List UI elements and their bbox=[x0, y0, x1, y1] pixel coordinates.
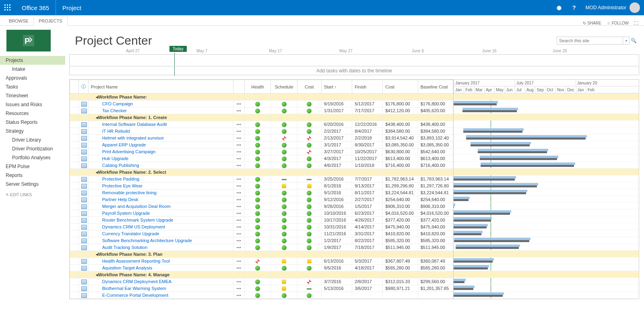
project-name-link[interactable]: Internal Software Database Audit bbox=[102, 122, 167, 127]
project-name-link[interactable]: Payroll System Upgrade bbox=[102, 211, 150, 216]
column-header[interactable]: Cost bbox=[297, 80, 321, 94]
timeline[interactable]: Today April 27May 7May 17May 27June 6Jun… bbox=[69, 54, 639, 75]
settings-icon[interactable] bbox=[551, 0, 566, 15]
phase-row[interactable]: ◂Workflow Phase Name: 3. Plan bbox=[70, 251, 453, 258]
row-menu-icon[interactable]: ••• bbox=[233, 244, 244, 251]
row-menu-icon[interactable]: ••• bbox=[233, 203, 244, 210]
row-menu-icon[interactable]: ••• bbox=[233, 155, 244, 162]
nav-item[interactable]: Issues and Risks bbox=[0, 100, 65, 109]
project-name-link[interactable]: Partner Help Desk bbox=[102, 197, 138, 202]
project-name-link[interactable]: Aquisition Target Analysis bbox=[102, 265, 153, 270]
row-menu-icon[interactable]: ••• bbox=[233, 142, 244, 148]
project-row[interactable]: Health Assessment Reporting Tool•••6/13/… bbox=[70, 258, 453, 265]
project-name-link[interactable]: Tax Checker bbox=[102, 108, 127, 113]
row-menu-icon[interactable]: ••• bbox=[233, 176, 244, 183]
project-name-link[interactable]: Router Benchmark System Upgrade bbox=[102, 218, 173, 222]
project-name-link[interactable]: Software Benchmarking Architecture Upgra… bbox=[102, 238, 192, 243]
project-name-link[interactable]: Dynamics CRM US Deployment bbox=[102, 224, 165, 229]
project-row[interactable]: Audit Tracking Solution•••1/9/20177/18/2… bbox=[70, 244, 453, 251]
project-name-link[interactable]: CFO Campaign bbox=[102, 101, 133, 106]
project-name-link[interactable]: Currency Translator Upgrade bbox=[102, 231, 159, 236]
project-row[interactable]: Protective Eye Wear•••8/1/20169/13/2017$… bbox=[70, 183, 453, 189]
project-row[interactable]: Tax Checker•••1/31/20177/17/2017$412,120… bbox=[70, 107, 453, 114]
project-row[interactable]: Payroll System Upgrade•••10/10/20166/23/… bbox=[70, 210, 453, 217]
phase-row[interactable]: ◂Workflow Phase Name: bbox=[70, 94, 453, 101]
project-row[interactable]: Apparel ERP Upgrade•••3/1/20178/30/2017$… bbox=[70, 142, 453, 148]
project-row[interactable]: Protective Padding•••3/25/20167/7/2017$1… bbox=[70, 176, 453, 183]
phase-row[interactable]: ◂Workflow Phase Name: 4. Manage bbox=[70, 271, 453, 278]
search-input[interactable] bbox=[557, 37, 623, 45]
project-row[interactable]: Print Advertising Campaign•••3/27/201710… bbox=[70, 148, 453, 155]
project-row[interactable]: Aquisition Target Analysis•••9/5/20164/1… bbox=[70, 265, 453, 271]
nav-item[interactable]: Intake bbox=[0, 65, 65, 74]
column-header[interactable]: ⓘ bbox=[78, 80, 88, 94]
project-name-link[interactable]: Protective Padding bbox=[102, 177, 139, 181]
project-row[interactable]: Internal Software Database Audit•••6/20/… bbox=[70, 121, 453, 128]
row-menu-icon[interactable]: ••• bbox=[233, 210, 244, 217]
nav-item[interactable]: Timesheet bbox=[0, 91, 65, 100]
nav-item[interactable]: Projects bbox=[0, 56, 65, 65]
project-name-link[interactable]: Health Assessment Reporting Tool bbox=[102, 259, 170, 263]
row-menu-icon[interactable]: ••• bbox=[233, 107, 244, 114]
nav-item[interactable]: Strategy bbox=[0, 127, 65, 136]
project-name-link[interactable]: Protective Eye Wear bbox=[102, 183, 142, 188]
project-row[interactable]: Helmet with integrated sunvisor•••2/13/2… bbox=[70, 135, 453, 142]
row-menu-icon[interactable]: ••• bbox=[233, 230, 244, 237]
project-row[interactable]: CFO Campaign•••9/19/20165/12/2017$176,80… bbox=[70, 101, 453, 107]
nav-item[interactable]: Resources bbox=[0, 109, 65, 118]
project-row[interactable]: Catalog Publishing•••4/6/20171/10/2018$7… bbox=[70, 162, 453, 169]
column-header[interactable]: Baseline Cost bbox=[418, 80, 453, 94]
project-name-link[interactable]: Removable protective lining bbox=[102, 190, 157, 195]
app-name[interactable]: Project bbox=[56, 4, 88, 11]
row-menu-icon[interactable]: ••• bbox=[233, 121, 244, 128]
project-name-link[interactable]: E-Commerce Portal Development bbox=[102, 293, 168, 298]
project-row[interactable]: Dynamics CRM US Deployment•••10/31/20164… bbox=[70, 224, 453, 230]
nav-item[interactable]: Driver Library bbox=[0, 136, 65, 144]
row-menu-icon[interactable]: ••• bbox=[233, 285, 244, 292]
project-name-link[interactable]: Biothermal Ear Warming System bbox=[102, 286, 166, 291]
row-menu-icon[interactable]: ••• bbox=[233, 278, 244, 285]
project-name-link[interactable]: Merger and Acquisition Deal Room bbox=[102, 204, 171, 209]
project-name-link[interactable]: Hub Upgrade bbox=[102, 156, 128, 161]
fullscreen-icon[interactable]: ⛶ bbox=[634, 21, 638, 25]
project-row[interactable]: Merger and Acquisition Deal Room•••9/26/… bbox=[70, 203, 453, 210]
row-menu-icon[interactable]: ••• bbox=[233, 101, 244, 107]
project-row[interactable]: IT HR Rebuild•••2/2/20178/4/2017$384,580… bbox=[70, 128, 453, 135]
project-name-link[interactable]: Print Advertising Campaign bbox=[102, 149, 156, 154]
project-row[interactable]: Partner Help Desk•••9/12/20162/27/2017$2… bbox=[70, 196, 453, 203]
row-menu-icon[interactable]: ••• bbox=[233, 128, 244, 135]
project-row[interactable]: E-Commerce Portal Development••• bbox=[70, 292, 453, 299]
project-name-link[interactable]: IT HR Rebuild bbox=[102, 129, 130, 134]
column-header[interactable] bbox=[70, 80, 79, 94]
phase-row[interactable]: ◂Workflow Phase Name: 2. Select bbox=[70, 169, 453, 176]
project-row[interactable]: Router Benchmark System Upgrade•••10/17/… bbox=[70, 217, 453, 224]
row-menu-icon[interactable]: ••• bbox=[233, 162, 244, 169]
row-menu-icon[interactable]: ••• bbox=[233, 292, 244, 299]
project-name-link[interactable]: Audit Tracking Solution bbox=[102, 245, 148, 250]
column-header[interactable]: Start ↑ bbox=[321, 80, 352, 94]
project-name-link[interactable]: Dynamics CRM Deployment EMEA bbox=[102, 279, 171, 284]
project-name-link[interactable]: Catalog Publishing bbox=[102, 163, 139, 168]
row-menu-icon[interactable]: ••• bbox=[233, 135, 244, 142]
project-name-link[interactable]: Apparel ERP Upgrade bbox=[102, 142, 146, 147]
help-icon[interactable]: ? bbox=[566, 0, 582, 15]
project-row[interactable]: Currency Translator Upgrade•••11/21/2016… bbox=[70, 230, 453, 237]
row-menu-icon[interactable]: ••• bbox=[233, 148, 244, 155]
edit-links[interactable]: ✎ EDIT LINKS bbox=[0, 189, 65, 201]
row-menu-icon[interactable]: ••• bbox=[233, 237, 244, 244]
project-row[interactable]: Biothermal Ear Warming System•••5/13/201… bbox=[70, 285, 453, 292]
project-row[interactable]: Software Benchmarking Architecture Upgra… bbox=[70, 237, 453, 244]
nav-item[interactable]: Approvals bbox=[0, 74, 65, 82]
row-menu-icon[interactable]: ••• bbox=[233, 189, 244, 196]
row-menu-icon[interactable]: ••• bbox=[233, 217, 244, 224]
nav-item[interactable]: Driver Prioritization bbox=[0, 144, 65, 153]
column-header[interactable] bbox=[233, 80, 244, 94]
row-menu-icon[interactable]: ••• bbox=[233, 183, 244, 189]
app-launcher-icon[interactable] bbox=[0, 0, 15, 15]
ribbon-tab-browse[interactable]: BROWSE bbox=[4, 16, 33, 25]
column-header[interactable]: Health bbox=[244, 80, 270, 94]
brand[interactable]: Office 365 bbox=[15, 0, 56, 15]
nav-item[interactable]: Status Reports bbox=[0, 118, 65, 127]
column-header[interactable]: Project Name bbox=[88, 80, 233, 94]
project-name-link[interactable]: Helmet with integrated sunvisor bbox=[102, 136, 164, 140]
